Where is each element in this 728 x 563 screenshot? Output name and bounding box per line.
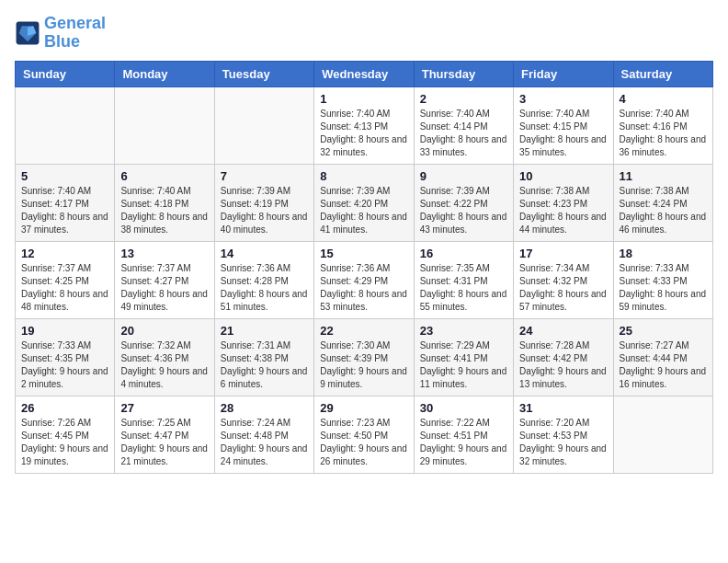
calendar-table: SundayMondayTuesdayWednesdayThursdayFrid… xyxy=(15,61,713,474)
day-number: 6 xyxy=(120,169,208,183)
calendar-day-12: 12Sunrise: 7:37 AM Sunset: 4:25 PM Dayli… xyxy=(16,241,115,318)
day-info: Sunrise: 7:20 AM Sunset: 4:53 PM Dayligh… xyxy=(519,417,607,468)
day-number: 9 xyxy=(420,169,507,183)
day-info: Sunrise: 7:23 AM Sunset: 4:50 PM Dayligh… xyxy=(320,417,407,468)
logo: General Blue xyxy=(15,15,106,52)
day-number: 16 xyxy=(420,247,507,260)
calendar-day-11: 11Sunrise: 7:38 AM Sunset: 4:24 PM Dayli… xyxy=(613,164,712,241)
day-info: Sunrise: 7:36 AM Sunset: 4:28 PM Dayligh… xyxy=(221,262,308,314)
day-of-week-thursday: Thursday xyxy=(414,61,513,86)
calendar-day-4: 4Sunrise: 7:40 AM Sunset: 4:16 PM Daylig… xyxy=(613,86,712,164)
calendar-day-28: 28Sunrise: 7:24 AM Sunset: 4:48 PM Dayli… xyxy=(214,396,313,473)
calendar-header-row: SundayMondayTuesdayWednesdayThursdayFrid… xyxy=(16,61,713,86)
day-of-week-monday: Monday xyxy=(115,61,214,86)
day-number: 30 xyxy=(420,401,507,415)
calendar-day-10: 10Sunrise: 7:38 AM Sunset: 4:23 PM Dayli… xyxy=(514,164,613,241)
day-number: 22 xyxy=(320,324,407,338)
day-of-week-wednesday: Wednesday xyxy=(314,61,414,86)
calendar-day-8: 8Sunrise: 7:39 AM Sunset: 4:20 PM Daylig… xyxy=(314,164,414,241)
day-number: 19 xyxy=(21,324,108,338)
day-info: Sunrise: 7:40 AM Sunset: 4:14 PM Dayligh… xyxy=(420,108,507,159)
calendar-week-row: 5Sunrise: 7:40 AM Sunset: 4:17 PM Daylig… xyxy=(16,164,713,241)
calendar-day-16: 16Sunrise: 7:35 AM Sunset: 4:31 PM Dayli… xyxy=(414,241,513,318)
empty-day-cell xyxy=(115,86,214,164)
day-info: Sunrise: 7:40 AM Sunset: 4:18 PM Dayligh… xyxy=(120,185,208,236)
day-info: Sunrise: 7:32 AM Sunset: 4:36 PM Dayligh… xyxy=(120,339,208,391)
day-number: 23 xyxy=(420,324,507,338)
day-info: Sunrise: 7:29 AM Sunset: 4:41 PM Dayligh… xyxy=(420,339,507,391)
calendar-day-14: 14Sunrise: 7:36 AM Sunset: 4:28 PM Dayli… xyxy=(214,241,313,318)
day-number: 31 xyxy=(519,401,607,415)
day-info: Sunrise: 7:28 AM Sunset: 4:42 PM Dayligh… xyxy=(519,339,607,391)
calendar-day-22: 22Sunrise: 7:30 AM Sunset: 4:39 PM Dayli… xyxy=(314,318,414,396)
day-info: Sunrise: 7:40 AM Sunset: 4:13 PM Dayligh… xyxy=(320,108,407,159)
day-info: Sunrise: 7:39 AM Sunset: 4:19 PM Dayligh… xyxy=(221,185,308,236)
calendar-week-row: 26Sunrise: 7:26 AM Sunset: 4:45 PM Dayli… xyxy=(16,396,713,473)
calendar-day-9: 9Sunrise: 7:39 AM Sunset: 4:22 PM Daylig… xyxy=(414,164,513,241)
day-number: 29 xyxy=(320,401,407,415)
empty-day-cell xyxy=(16,86,115,164)
logo-text: General Blue xyxy=(44,15,106,52)
day-number: 21 xyxy=(221,324,308,338)
day-info: Sunrise: 7:26 AM Sunset: 4:45 PM Dayligh… xyxy=(21,417,108,468)
calendar-week-row: 19Sunrise: 7:33 AM Sunset: 4:35 PM Dayli… xyxy=(16,318,713,396)
calendar-day-7: 7Sunrise: 7:39 AM Sunset: 4:19 PM Daylig… xyxy=(214,164,313,241)
day-of-week-sunday: Sunday xyxy=(16,61,115,86)
day-info: Sunrise: 7:30 AM Sunset: 4:39 PM Dayligh… xyxy=(320,339,407,391)
calendar-day-30: 30Sunrise: 7:22 AM Sunset: 4:51 PM Dayli… xyxy=(414,396,513,473)
calendar-day-31: 31Sunrise: 7:20 AM Sunset: 4:53 PM Dayli… xyxy=(514,396,613,473)
day-number: 2 xyxy=(420,92,507,106)
calendar-day-18: 18Sunrise: 7:33 AM Sunset: 4:33 PM Dayli… xyxy=(613,241,712,318)
day-number: 28 xyxy=(221,401,308,415)
day-number: 13 xyxy=(120,247,208,260)
day-of-week-tuesday: Tuesday xyxy=(214,61,313,86)
calendar-day-15: 15Sunrise: 7:36 AM Sunset: 4:29 PM Dayli… xyxy=(314,241,414,318)
empty-day-cell xyxy=(613,396,712,473)
day-info: Sunrise: 7:36 AM Sunset: 4:29 PM Dayligh… xyxy=(320,262,407,314)
day-info: Sunrise: 7:35 AM Sunset: 4:31 PM Dayligh… xyxy=(420,262,507,314)
day-number: 5 xyxy=(21,169,108,183)
day-info: Sunrise: 7:38 AM Sunset: 4:24 PM Dayligh… xyxy=(620,185,707,236)
day-number: 14 xyxy=(221,247,308,260)
calendar-day-6: 6Sunrise: 7:40 AM Sunset: 4:18 PM Daylig… xyxy=(115,164,214,241)
logo-icon xyxy=(15,20,40,46)
day-number: 18 xyxy=(620,247,707,260)
day-of-week-saturday: Saturday xyxy=(613,61,712,86)
calendar-day-3: 3Sunrise: 7:40 AM Sunset: 4:15 PM Daylig… xyxy=(514,86,613,164)
calendar-day-29: 29Sunrise: 7:23 AM Sunset: 4:50 PM Dayli… xyxy=(314,396,414,473)
day-info: Sunrise: 7:37 AM Sunset: 4:27 PM Dayligh… xyxy=(120,262,208,314)
day-info: Sunrise: 7:37 AM Sunset: 4:25 PM Dayligh… xyxy=(21,262,108,314)
day-info: Sunrise: 7:39 AM Sunset: 4:20 PM Dayligh… xyxy=(320,185,407,236)
day-info: Sunrise: 7:27 AM Sunset: 4:44 PM Dayligh… xyxy=(620,339,707,391)
empty-day-cell xyxy=(214,86,313,164)
day-number: 15 xyxy=(320,247,407,260)
day-info: Sunrise: 7:24 AM Sunset: 4:48 PM Dayligh… xyxy=(221,417,308,468)
day-info: Sunrise: 7:38 AM Sunset: 4:23 PM Dayligh… xyxy=(519,185,607,236)
day-info: Sunrise: 7:33 AM Sunset: 4:35 PM Dayligh… xyxy=(21,339,108,391)
day-number: 3 xyxy=(519,92,607,106)
day-number: 8 xyxy=(320,169,407,183)
day-info: Sunrise: 7:40 AM Sunset: 4:17 PM Dayligh… xyxy=(21,185,108,236)
day-info: Sunrise: 7:40 AM Sunset: 4:16 PM Dayligh… xyxy=(620,108,707,159)
day-number: 7 xyxy=(221,169,308,183)
day-number: 26 xyxy=(21,401,108,415)
day-number: 1 xyxy=(320,92,407,106)
calendar-day-20: 20Sunrise: 7:32 AM Sunset: 4:36 PM Dayli… xyxy=(115,318,214,396)
day-info: Sunrise: 7:34 AM Sunset: 4:32 PM Dayligh… xyxy=(519,262,607,314)
calendar-day-1: 1Sunrise: 7:40 AM Sunset: 4:13 PM Daylig… xyxy=(314,86,414,164)
day-info: Sunrise: 7:39 AM Sunset: 4:22 PM Dayligh… xyxy=(420,185,507,236)
day-number: 25 xyxy=(620,324,707,338)
day-number: 11 xyxy=(620,169,707,183)
calendar-day-26: 26Sunrise: 7:26 AM Sunset: 4:45 PM Dayli… xyxy=(16,396,115,473)
day-number: 20 xyxy=(120,324,208,338)
day-info: Sunrise: 7:33 AM Sunset: 4:33 PM Dayligh… xyxy=(620,262,707,314)
day-info: Sunrise: 7:40 AM Sunset: 4:15 PM Dayligh… xyxy=(519,108,607,159)
day-number: 10 xyxy=(519,169,607,183)
calendar-day-24: 24Sunrise: 7:28 AM Sunset: 4:42 PM Dayli… xyxy=(514,318,613,396)
day-number: 4 xyxy=(620,92,707,106)
calendar-day-27: 27Sunrise: 7:25 AM Sunset: 4:47 PM Dayli… xyxy=(115,396,214,473)
calendar-week-row: 12Sunrise: 7:37 AM Sunset: 4:25 PM Dayli… xyxy=(16,241,713,318)
day-number: 12 xyxy=(21,247,108,260)
calendar-day-5: 5Sunrise: 7:40 AM Sunset: 4:17 PM Daylig… xyxy=(16,164,115,241)
day-number: 24 xyxy=(519,324,607,338)
